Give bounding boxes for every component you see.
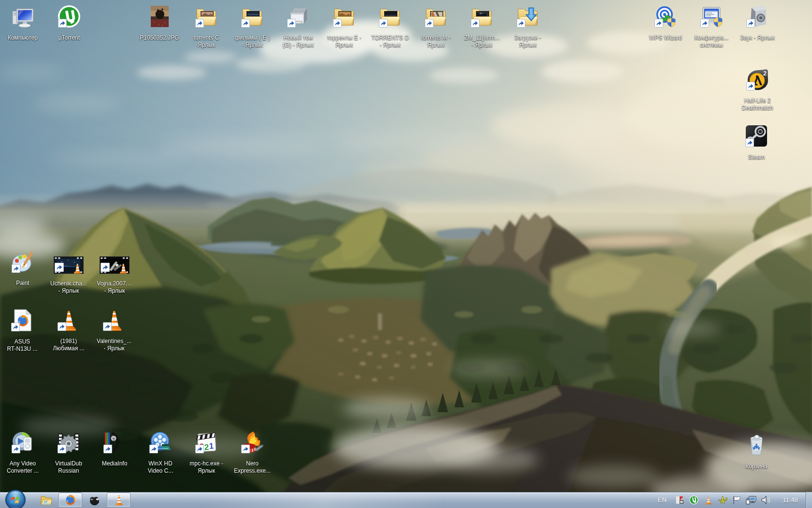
svg-text:2: 2	[204, 443, 209, 452]
svg-text:?: ?	[112, 437, 115, 442]
svg-text:1: 1	[209, 441, 214, 450]
svg-text:2: 2	[763, 70, 767, 77]
